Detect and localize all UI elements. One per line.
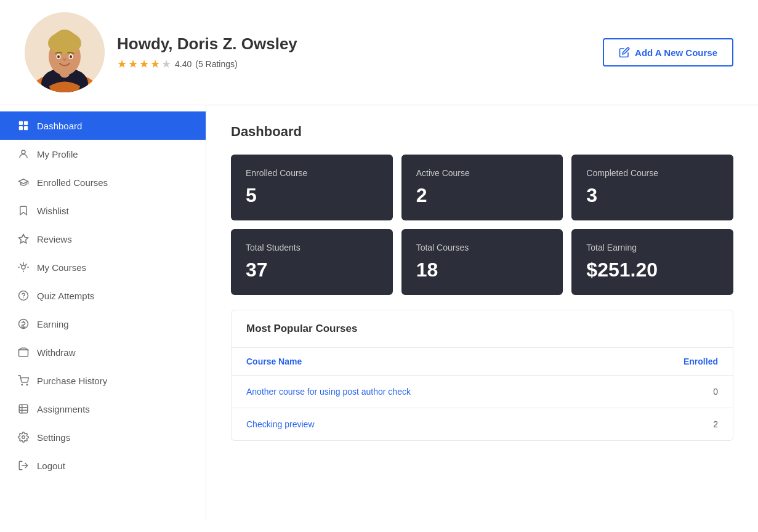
layout: Dashboard My Profile Enrolled Courses bbox=[0, 105, 758, 520]
username: Doris Z. Owsley bbox=[177, 34, 297, 53]
withdraw-icon bbox=[17, 346, 30, 358]
sidebar-item-assignments[interactable]: Assignments bbox=[0, 395, 206, 423]
sidebar-label-reviews: Reviews bbox=[37, 234, 72, 244]
stat-card-total-earning: Total Earning $251.20 bbox=[571, 229, 733, 295]
popular-courses-section: Most Popular Courses Course Name Enrolle… bbox=[231, 310, 733, 441]
star-3: ★ bbox=[139, 57, 149, 71]
my-courses-icon bbox=[17, 261, 30, 273]
col-enrolled: Enrolled bbox=[683, 357, 718, 366]
enrolled-count-1: 2 bbox=[713, 419, 718, 429]
stat-label-2: Completed Course bbox=[586, 168, 719, 178]
stat-label-3: Total Students bbox=[246, 243, 378, 252]
rating-row: ★ ★ ★ ★ ★ 4.40 (5 Ratings) bbox=[117, 57, 297, 71]
logout-icon bbox=[17, 459, 30, 472]
sidebar-item-settings[interactable]: Settings bbox=[0, 423, 206, 451]
stat-label-4: Total Courses bbox=[416, 243, 549, 252]
header: Howdy, Doris Z. Owsley ★ ★ ★ ★ ★ 4.40 (5… bbox=[0, 0, 758, 105]
add-course-label: Add A New Course bbox=[635, 47, 717, 58]
dashboard-icon bbox=[17, 119, 30, 132]
stat-card-total-courses: Total Courses 18 bbox=[401, 229, 563, 295]
stat-value-2: 3 bbox=[586, 184, 719, 207]
svg-point-25 bbox=[26, 384, 28, 385]
stat-value-3: 37 bbox=[246, 259, 378, 281]
sidebar-label-settings: Settings bbox=[37, 432, 70, 443]
enrolled-count-0: 0 bbox=[713, 387, 718, 397]
profile-icon bbox=[17, 148, 30, 160]
stat-value-4: 18 bbox=[416, 259, 549, 281]
table-header: Course Name Enrolled bbox=[232, 348, 733, 376]
sidebar-item-reviews[interactable]: Reviews bbox=[0, 225, 206, 253]
reviews-icon bbox=[17, 233, 30, 245]
star-2: ★ bbox=[128, 57, 138, 71]
sidebar-label-dashboard: Dashboard bbox=[37, 121, 82, 131]
sidebar-item-earning[interactable]: Earning bbox=[0, 310, 206, 338]
sidebar-label-assignments: Assignments bbox=[37, 404, 90, 414]
sidebar: Dashboard My Profile Enrolled Courses bbox=[0, 105, 206, 520]
settings-icon bbox=[17, 431, 30, 443]
sidebar-label-logout: Logout bbox=[37, 461, 65, 471]
svg-point-11 bbox=[70, 55, 72, 58]
sidebar-item-purchase-history[interactable]: Purchase History bbox=[0, 366, 206, 395]
sidebar-item-logout[interactable]: Logout bbox=[0, 451, 206, 480]
main-content: Dashboard Enrolled Course 5 Active Cours… bbox=[206, 105, 758, 520]
col-course-name: Course Name bbox=[246, 357, 302, 366]
sidebar-label-enrolled-courses: Enrolled Courses bbox=[37, 177, 108, 188]
header-left: Howdy, Doris Z. Owsley ★ ★ ★ ★ ★ 4.40 (5… bbox=[25, 12, 297, 92]
sidebar-item-quiz-attempts[interactable]: Quiz Attempts bbox=[0, 281, 206, 310]
svg-point-16 bbox=[22, 150, 25, 154]
sidebar-item-dashboard[interactable]: Dashboard bbox=[0, 111, 206, 140]
stat-label-5: Total Earning bbox=[586, 243, 719, 252]
svg-point-19 bbox=[22, 265, 25, 269]
sidebar-label-wishlist: Wishlist bbox=[37, 206, 69, 216]
sidebar-item-wishlist[interactable]: Wishlist bbox=[0, 196, 206, 225]
quiz-icon bbox=[17, 289, 30, 302]
table-row: Another course for using post author che… bbox=[232, 376, 733, 408]
sidebar-item-my-courses[interactable]: My Courses bbox=[0, 253, 206, 281]
svg-rect-23 bbox=[19, 350, 28, 357]
sidebar-item-my-profile[interactable]: My Profile bbox=[0, 140, 206, 168]
sidebar-label-earning: Earning bbox=[37, 319, 69, 329]
stat-card-enrolled-course: Enrolled Course 5 bbox=[231, 155, 393, 220]
page-title: Dashboard bbox=[231, 124, 733, 140]
svg-rect-15 bbox=[25, 127, 28, 130]
stat-card-active-course: Active Course 2 bbox=[401, 155, 563, 220]
stat-card-total-students: Total Students 37 bbox=[231, 229, 393, 295]
sidebar-item-enrolled-courses[interactable]: Enrolled Courses bbox=[0, 168, 206, 196]
sidebar-label-withdraw: Withdraw bbox=[37, 347, 76, 358]
star-1: ★ bbox=[117, 57, 127, 71]
svg-point-24 bbox=[22, 384, 23, 385]
user-greeting: Howdy, Doris Z. Owsley bbox=[117, 34, 297, 54]
stat-value-1: 2 bbox=[416, 184, 549, 207]
course-name-0[interactable]: Another course for using post author che… bbox=[246, 387, 411, 397]
assignments-icon bbox=[17, 403, 30, 415]
star-4: ★ bbox=[150, 57, 160, 71]
sidebar-label-my-profile: My Profile bbox=[37, 149, 78, 159]
add-course-icon bbox=[619, 47, 630, 58]
stat-value-0: 5 bbox=[246, 184, 378, 207]
popular-courses-title: Most Popular Courses bbox=[232, 310, 733, 348]
star-5: ★ bbox=[161, 57, 171, 71]
svg-rect-14 bbox=[19, 127, 22, 130]
svg-rect-26 bbox=[19, 405, 28, 413]
svg-rect-12 bbox=[19, 121, 22, 124]
add-course-button[interactable]: Add A New Course bbox=[603, 38, 733, 66]
enrolled-courses-icon bbox=[17, 176, 30, 188]
table-row: Checking preview 2 bbox=[232, 408, 733, 440]
svg-point-10 bbox=[57, 55, 60, 58]
stat-value-5: $251.20 bbox=[586, 259, 719, 281]
rating-value: 4.40 bbox=[175, 59, 192, 69]
sidebar-item-withdraw[interactable]: Withdraw bbox=[0, 338, 206, 366]
sidebar-label-purchase-history: Purchase History bbox=[37, 376, 107, 386]
wishlist-icon bbox=[17, 204, 30, 217]
stat-card-completed-course: Completed Course 3 bbox=[571, 155, 733, 220]
stat-label-1: Active Course bbox=[416, 168, 549, 178]
user-info: Howdy, Doris Z. Owsley ★ ★ ★ ★ ★ 4.40 (5… bbox=[117, 34, 297, 71]
earning-icon bbox=[17, 318, 30, 330]
purchase-history-icon bbox=[17, 374, 30, 387]
stats-grid: Enrolled Course 5 Active Course 2 Comple… bbox=[231, 155, 733, 295]
stat-label-0: Enrolled Course bbox=[246, 168, 378, 178]
svg-point-7 bbox=[56, 30, 73, 42]
course-name-1[interactable]: Checking preview bbox=[246, 419, 315, 429]
sidebar-label-quiz-attempts: Quiz Attempts bbox=[37, 291, 94, 301]
svg-marker-17 bbox=[19, 235, 28, 243]
